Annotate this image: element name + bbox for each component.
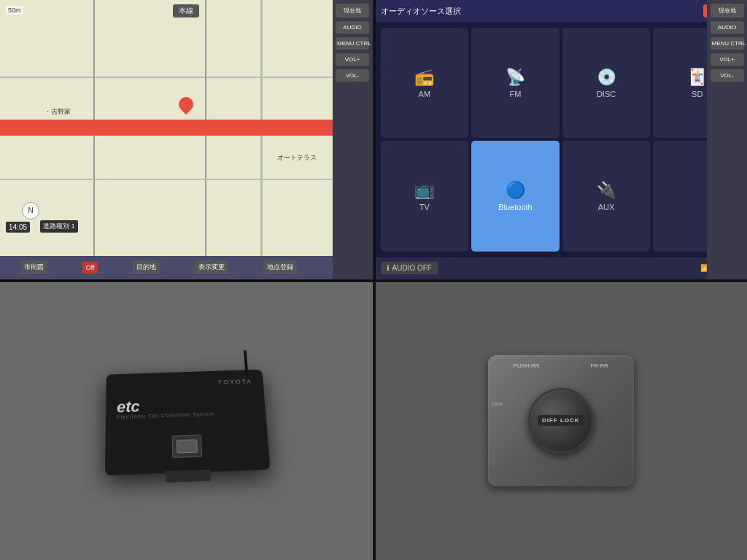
etc-card-icon	[177, 439, 198, 453]
audio-side-voldown[interactable]: VOL-	[711, 69, 744, 82]
diff-fr-rr-label: FR·RR	[590, 362, 608, 369]
diff-off-label: OFF	[492, 401, 503, 408]
audio-off-label: AUDIO OFF	[392, 264, 432, 272]
diff-panel: PUSH·RR FR·RR OFF DIFF LOCK	[375, 281, 748, 561]
audio-side-audio[interactable]: AUDIO	[711, 21, 744, 34]
audio-source-fm[interactable]: 📡 FM	[471, 28, 560, 138]
etc-device: TOYOTA etc Electronic Toll Collection Sy…	[105, 369, 271, 475]
aux-label: AUX	[598, 203, 615, 211]
map-road-main-red	[0, 120, 373, 136]
disc-icon: 💿	[597, 68, 616, 87]
map-road-horizontal-bot	[0, 179, 373, 180]
nav-btn-citymap[interactable]: 市街図	[20, 260, 47, 274]
nav-side-audio[interactable]: AUDIO	[336, 21, 369, 34]
map-scale: 50m	[6, 6, 23, 15]
diff-knob-container: DIFF LOCK	[528, 388, 594, 454]
bluetooth-label: Bluetooth	[498, 203, 532, 211]
audio-side-volup[interactable]: VOL+	[711, 53, 744, 66]
fm-label: FM	[509, 90, 521, 98]
sd-label: SD	[692, 90, 703, 98]
nav-road-type: 道路種別 1	[40, 220, 78, 233]
audio-source-disc[interactable]: 💿 DISC	[562, 28, 651, 138]
nav-btn-register[interactable]: 地点登録	[263, 260, 297, 274]
etc-connector	[166, 470, 212, 483]
etc-brand-label: TOYOTA	[218, 378, 253, 386]
aux-icon: 🔌	[597, 181, 616, 200]
nav-side-panel: 現在地 AUDIO MENU CTRL VOL+ VOL-	[333, 0, 373, 279]
audio-source-aux[interactable]: 🔌 AUX	[562, 141, 651, 251]
etc-card-slot	[172, 435, 203, 458]
nav-btn-off[interactable]: Off	[82, 262, 98, 273]
audio-source-grid: 📻 AM 📡 FM 💿 DISC 🃏 SD 📺 TV 🔵 Bluetooth	[375, 22, 748, 257]
nav-screen: 本線 柏井町 ・吉野家 オートテラス 50m N 14:05 道路種別 1 市街…	[0, 0, 373, 279]
audio-side-menu[interactable]: MENU CTRL	[711, 37, 744, 50]
map-pin	[176, 94, 196, 114]
compass: N	[22, 202, 39, 219]
nav-map: 本線 柏井町 ・吉野家 オートテラス 50m N 14:05 道路種別 1	[0, 0, 373, 256]
audio-source-am[interactable]: 📻 AM	[381, 28, 469, 138]
map-poi-label: ・吉野家	[44, 107, 71, 117]
sd-icon: 🃏	[687, 68, 707, 87]
audio-off-button[interactable]: ℹ AUDIO OFF	[381, 262, 438, 274]
info-icon: ℹ	[387, 264, 390, 272]
fm-icon: 📡	[506, 68, 525, 87]
diff-lock-knob[interactable]: DIFF LOCK	[528, 388, 594, 454]
audio-screen-title: オーディオソース選択	[381, 6, 700, 17]
diff-top-labels: PUSH·RR FR·RR	[488, 362, 634, 369]
nav-side-voldown[interactable]: VOL-	[336, 69, 369, 82]
audio-source-bluetooth[interactable]: 🔵 Bluetooth	[471, 141, 560, 251]
audio-bottom-bar: ℹ AUDIO OFF 📶 交通情報	[375, 257, 748, 279]
map-auto-label: オートテラス	[277, 153, 317, 163]
divider-vertical	[374, 0, 376, 560]
diff-push-rr-label: PUSH·RR	[514, 362, 540, 369]
audio-side-panel: 現在地 AUDIO MENU CTRL VOL+ VOL-	[707, 0, 747, 279]
map-road-horizontal-top	[0, 77, 373, 78]
audio-side-current[interactable]: 現在地	[711, 4, 744, 18]
etc-logo-text: etc	[117, 397, 140, 416]
tv-label: TV	[419, 203, 430, 211]
etc-panel: TOYOTA etc Electronic Toll Collection Sy…	[0, 281, 373, 561]
tv-icon: 📺	[414, 181, 434, 200]
nav-bottom-bar: 市街図 Off 目的地 表示変更 地点登録 広域	[0, 256, 373, 279]
audio-top-bar: オーディオソース選択 📌 ←	[375, 0, 748, 22]
nav-side-menu[interactable]: MENU CTRL	[336, 37, 369, 50]
nav-btn-destination[interactable]: 目的地	[133, 260, 160, 274]
nav-btn-displaychange[interactable]: 表示変更	[195, 260, 228, 274]
bluetooth-icon: 🔵	[506, 181, 525, 200]
nav-side-volup[interactable]: VOL+	[336, 53, 369, 66]
nav-route-label: 本線	[173, 4, 199, 18]
diff-trim-panel: PUSH·RR FR·RR OFF DIFF LOCK	[488, 355, 634, 486]
disc-label: DISC	[597, 90, 616, 98]
nav-time: 14:05	[6, 222, 30, 233]
diff-side-labels: OFF	[492, 401, 503, 408]
audio-screen: オーディオソース選択 📌 ← 📻 AM 📡 FM 💿 DISC 🃏 SD 📺 T…	[375, 0, 748, 279]
am-label: AM	[419, 90, 431, 98]
nav-side-current[interactable]: 現在地	[336, 4, 369, 18]
am-icon: 📻	[414, 68, 434, 87]
audio-source-tv[interactable]: 📺 TV	[381, 141, 469, 251]
diff-lock-label: DIFF LOCK	[538, 415, 584, 426]
etc-cable	[244, 350, 249, 377]
